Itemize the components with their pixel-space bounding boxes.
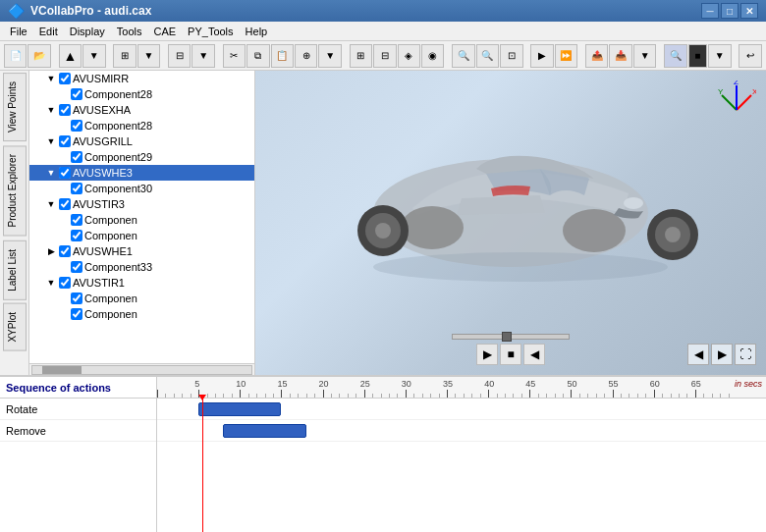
action-remove[interactable]: Remove <box>0 420 156 442</box>
track-bar-rotate[interactable] <box>198 402 281 416</box>
sidebar-tab-viewpoints[interactable]: View Points <box>3 73 27 141</box>
tree-node-0[interactable]: ▼ AVUSMIRR <box>29 71 254 86</box>
menu-item-tools[interactable]: Tools <box>111 24 148 39</box>
open-button[interactable]: 📂 <box>27 44 50 68</box>
view-dropdown[interactable]: ▼ <box>82 44 105 68</box>
tool-btn4[interactable]: ⊞ <box>350 44 372 68</box>
menu-item-edit[interactable]: Edit <box>33 24 64 39</box>
view-button1[interactable]: ▲ <box>59 44 82 68</box>
tree-hscroll[interactable] <box>31 365 252 375</box>
tree-cb-9[interactable] <box>71 214 82 226</box>
undo-button[interactable]: ↩ <box>739 44 761 68</box>
tree-cb-12[interactable] <box>71 261 82 273</box>
play-btn[interactable]: ▶ <box>476 344 498 365</box>
timeline-tracks[interactable] <box>157 399 766 532</box>
tree-node-6[interactable]: ▼ AVUSWHE3 <box>29 165 254 181</box>
tree-node-12[interactable]: Component33 <box>29 259 254 275</box>
close-button[interactable]: ✕ <box>740 3 758 19</box>
tree-node-14[interactable]: Componen <box>29 291 254 306</box>
tree-node-9[interactable]: Componen <box>29 212 254 228</box>
tree-cb-2[interactable] <box>59 104 71 116</box>
maximize-button[interactable]: □ <box>721 3 739 19</box>
search-button[interactable]: 🔍 <box>664 44 686 68</box>
menu-item-display[interactable]: Display <box>64 24 111 39</box>
tool-btn7[interactable]: ◉ <box>421 44 444 68</box>
tree-cb-3[interactable] <box>71 120 82 132</box>
prev-view-button[interactable]: ◀ <box>687 344 709 365</box>
paste-button[interactable]: 📋 <box>271 44 294 68</box>
export-button[interactable]: 📤 <box>585 44 608 68</box>
tree-node-7[interactable]: Component30 <box>29 181 254 196</box>
copy-button[interactable]: ⧉ <box>246 44 269 68</box>
tree-expand-4[interactable]: ▼ <box>45 135 57 147</box>
slider-thumb[interactable] <box>502 332 512 342</box>
menu-item-py_tools[interactable]: PY_Tools <box>182 24 239 39</box>
tree-expand-6[interactable]: ▼ <box>45 167 57 179</box>
tool-btn1[interactable]: ⊞ <box>113 44 136 68</box>
play-button[interactable]: ▶ <box>530 44 553 68</box>
tree-cb-7[interactable] <box>71 183 82 194</box>
tree-cb-10[interactable] <box>71 230 82 241</box>
tree-cb-8[interactable] <box>59 198 71 210</box>
stop-btn[interactable]: ■ <box>500 344 521 365</box>
menu-item-help[interactable]: Help <box>240 24 274 39</box>
tree-node-3[interactable]: Component28 <box>29 118 254 133</box>
playhead[interactable] <box>202 399 203 532</box>
menu-item-file[interactable]: File <box>4 24 33 39</box>
tree-cb-14[interactable] <box>71 293 82 304</box>
viewport-3d[interactable]: X Y Z <box>255 71 766 375</box>
tree-cb-11[interactable] <box>59 245 71 257</box>
tree-node-1[interactable]: Component28 <box>29 86 254 102</box>
import-button[interactable]: 📥 <box>609 44 631 68</box>
tree-expand-8[interactable]: ▼ <box>45 198 57 210</box>
zoom-in-button[interactable]: 🔍 <box>452 44 474 68</box>
color-btn[interactable]: ■ <box>688 44 708 68</box>
minimize-button[interactable]: ─ <box>701 3 719 19</box>
tree-cb-13[interactable] <box>59 277 71 289</box>
play-end-button[interactable]: ⏩ <box>555 44 577 68</box>
tree-node-15[interactable]: Componen <box>29 306 254 322</box>
tree-cb-5[interactable] <box>71 151 82 163</box>
tree-cb-4[interactable] <box>59 135 71 147</box>
tree-cb-6[interactable] <box>59 167 71 179</box>
expand-view-button[interactable]: ⛶ <box>735 344 756 365</box>
rewind-btn[interactable]: ◀ <box>523 344 545 365</box>
zoom-fit-button[interactable]: ⊡ <box>500 44 522 68</box>
tree-node-10[interactable]: Componen <box>29 228 254 243</box>
tool-dropdown4[interactable]: ▼ <box>633 44 656 68</box>
tree-node-11[interactable]: ▶ AVUSWHE1 <box>29 243 254 259</box>
tree-node-13[interactable]: ▼ AVUSTIR1 <box>29 275 254 291</box>
tree-cb-0[interactable] <box>59 73 71 84</box>
tree-node-4[interactable]: ▼ AVUSGRILL <box>29 133 254 149</box>
zoom-out-button[interactable]: 🔍 <box>476 44 499 68</box>
tree-cb-1[interactable] <box>71 88 82 100</box>
color-dropdown[interactable]: ▼ <box>708 44 731 68</box>
new-button[interactable]: 📄 <box>4 44 27 68</box>
sidebar-tab-labels[interactable]: Label List <box>3 240 27 300</box>
tool-btn6[interactable]: ◈ <box>398 44 420 68</box>
action-rotate[interactable]: Rotate <box>0 399 156 420</box>
tool-dropdown2[interactable]: ▼ <box>192 44 214 68</box>
sidebar-tab-xyplot[interactable]: XYPlot <box>3 303 27 351</box>
tree-expand-11[interactable]: ▶ <box>45 245 57 257</box>
sidebar-tab-product[interactable]: Product Explorer <box>3 145 27 236</box>
tree-node-2[interactable]: ▼ AVUSEXHA <box>29 102 254 118</box>
tree-node-5[interactable]: Component29 <box>29 149 254 165</box>
tree-scrollbar[interactable] <box>29 363 254 375</box>
tree-expand-2[interactable]: ▼ <box>45 104 57 116</box>
tree-cb-15[interactable] <box>71 308 82 320</box>
scissors-button[interactable]: ✂ <box>223 44 246 68</box>
tool-btn5[interactable]: ⊟ <box>373 44 396 68</box>
hscroll-thumb[interactable] <box>42 366 82 374</box>
tool-dropdown3[interactable]: ▼ <box>318 44 341 68</box>
next-view-button[interactable]: ▶ <box>711 344 733 365</box>
tool-btn2[interactable]: ⊟ <box>168 44 191 68</box>
tree-expand-0[interactable]: ▼ <box>45 73 57 84</box>
track-bar-remove[interactable] <box>223 424 305 438</box>
tree-expand-13[interactable]: ▼ <box>45 277 57 289</box>
tree-node-8[interactable]: ▼ AVUSTIR3 <box>29 196 254 212</box>
timeline-ruler[interactable]: in secs5101520253035404550556065 <box>157 377 766 399</box>
tool-btn3[interactable]: ⊕ <box>295 44 317 68</box>
tool-dropdown1[interactable]: ▼ <box>137 44 160 68</box>
menu-item-cae[interactable]: CAE <box>147 24 182 39</box>
